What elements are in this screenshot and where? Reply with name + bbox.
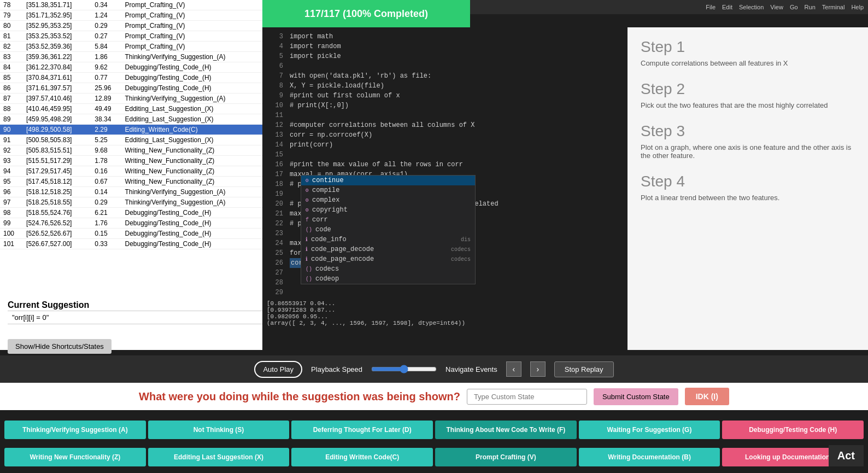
table-row[interactable]: 98[518.55,524.76]6.21Debugging/Testing_C… bbox=[0, 208, 262, 218]
state-btn-row1-4[interactable]: Waiting For Suggestion (G) bbox=[579, 421, 720, 439]
table-row[interactable]: 95[517.45,518.12]0.67Writing_New_Functio… bbox=[0, 177, 262, 187]
autocomplete-item[interactable]: ⚙compile bbox=[301, 185, 475, 195]
code-line: 9 #print out first column of x bbox=[267, 91, 564, 101]
speed-slider[interactable] bbox=[371, 365, 437, 373]
table-row[interactable]: 96[518.12,518.25]0.14Thinking/Verifying_… bbox=[0, 187, 262, 197]
state-btn-row1-5[interactable]: Debugging/Testing Code (H) bbox=[722, 421, 864, 439]
show-hide-button[interactable]: Show/Hide Shortcuts/States bbox=[8, 339, 112, 354]
ac-text: codeop bbox=[315, 275, 339, 283]
idk-button[interactable]: IDK (I) bbox=[685, 388, 729, 405]
table-row[interactable]: 91[500.58,505.83]5.25Edditing_Last_Sugge… bbox=[0, 135, 262, 145]
state-btn-row2-3[interactable]: Prompt Crafting (V) bbox=[435, 448, 577, 466]
menu-go[interactable]: Go bbox=[790, 4, 798, 10]
table-row[interactable]: 85[370.84,371.61]0.77Debugging/Testing_C… bbox=[0, 73, 262, 83]
table-row[interactable]: 92[505.83,515.51]9.68Writing_New_Functio… bbox=[0, 145, 262, 156]
menu-run[interactable]: Run bbox=[805, 4, 816, 10]
table-row[interactable]: 84[361.22,370.84]9.62Debugging/Testing_C… bbox=[0, 62, 262, 73]
ac-text: code_page_decode bbox=[311, 246, 374, 253]
table-row[interactable]: 100[526.52,526.67]0.15Debugging/Testing_… bbox=[0, 229, 262, 239]
state-btn-row2-2[interactable]: Editing Written Code(C) bbox=[291, 448, 433, 466]
code-line: 8 X, Y = pickle.load(file) bbox=[267, 81, 564, 91]
terminal-line: [0.982056 0.95... bbox=[267, 313, 564, 320]
menu-selection[interactable]: Selection bbox=[739, 4, 764, 10]
terminal-line: (array([ 2, 3, 4, ..., 1596, 1597, 1598]… bbox=[267, 320, 564, 326]
ac-type: codecs bbox=[451, 247, 471, 253]
code-line: 13 corr = np.corrcoef(X) bbox=[267, 130, 564, 140]
menu-help[interactable]: Help bbox=[851, 4, 864, 10]
stop-replay-button[interactable]: Stop Replay bbox=[554, 361, 614, 377]
ac-icon: () bbox=[306, 276, 312, 282]
state-buttons-row1: Thinking/Verifying Suggestion (A)Not Thi… bbox=[0, 421, 868, 439]
menu-edit[interactable]: Edit bbox=[722, 4, 732, 10]
state-buttons-row2: Writing New Functionality (Z)Edditing La… bbox=[0, 448, 868, 466]
step-heading-2: Step 2 bbox=[641, 80, 855, 98]
ac-text: continue bbox=[312, 177, 344, 184]
menu-terminal[interactable]: Terminal bbox=[822, 4, 845, 10]
custom-state-input[interactable] bbox=[467, 389, 587, 405]
autocomplete-item[interactable]: ⚙complex bbox=[301, 195, 475, 205]
menu-view[interactable]: View bbox=[770, 4, 783, 10]
step-heading-3: Step 3 bbox=[641, 122, 855, 140]
submit-custom-state-button[interactable]: Submit Custom State bbox=[594, 388, 678, 405]
code-line: 3import math bbox=[267, 32, 564, 42]
nav-prev-button[interactable]: ‹ bbox=[506, 361, 521, 377]
autocomplete-item[interactable]: ⚙copyright bbox=[301, 205, 475, 215]
autocomplete-item[interactable]: ()codecs bbox=[301, 264, 475, 274]
table-row[interactable]: 78[351.38,351.71]0.34Prompt_Crafting_(V) bbox=[0, 0, 262, 10]
menu-file[interactable]: File bbox=[706, 4, 715, 10]
autocomplete-item[interactable]: ℹcode_page_decodecodecs bbox=[301, 244, 475, 254]
table-row[interactable]: 80[352.95,353.25]0.29Prompt_Crafting_(V) bbox=[0, 21, 262, 31]
state-btn-row1-1[interactable]: Not Thinking (S) bbox=[148, 421, 290, 439]
code-line: 29 bbox=[267, 288, 564, 297]
ac-text: corr bbox=[312, 216, 328, 224]
current-suggestion-value: "orr[i][i] = 0" bbox=[8, 311, 270, 324]
table-row[interactable]: 79[351.71,352.95]1.24Prompt_Crafting_(V) bbox=[0, 10, 262, 21]
terminal-line: [0.86553917 0.04... bbox=[267, 300, 564, 307]
autocomplete-item[interactable]: ℹcode_infodis bbox=[301, 235, 475, 244]
table-row[interactable]: 97[518.25,518.55]0.29Thinking/Verifying_… bbox=[0, 197, 262, 208]
state-btn-row2-4[interactable]: Writing Documentation (B) bbox=[579, 448, 720, 466]
ac-icon: () bbox=[306, 266, 312, 272]
ac-text: code_info bbox=[311, 236, 347, 243]
code-line: 12 #computer correlations between all co… bbox=[267, 120, 564, 130]
state-btn-row2-1[interactable]: Edditing Last Suggestion (X) bbox=[148, 448, 290, 466]
table-row[interactable]: 87[397.57,410.46]12.89Thinking/Verifying… bbox=[0, 94, 262, 104]
table-row[interactable]: 81[353.25,353.52]0.27Prompt_Crafting_(V) bbox=[0, 31, 262, 42]
autocomplete-dropdown[interactable]: ⚙continue⚙compile⚙complex⚙copyrightfcorr… bbox=[301, 175, 476, 284]
code-line: 10 # print(X[:,0]) bbox=[267, 101, 564, 110]
data-table: 78[351.38,351.71]0.34Prompt_Crafting_(V)… bbox=[0, 0, 262, 249]
table-row[interactable]: 89[459.95,498.29]38.34Edditing_Last_Sugg… bbox=[0, 114, 262, 125]
ac-text: copyright bbox=[312, 206, 348, 214]
table-row[interactable]: 86[371.61,397.57]25.96Debugging/Testing_… bbox=[0, 83, 262, 94]
step-heading-4: Step 4 bbox=[641, 173, 855, 190]
table-row[interactable]: 93[515.51,517.29]1.78Writing_New_Functio… bbox=[0, 156, 262, 166]
table-row[interactable]: 83[359.36,361.22]1.86Thinking/Verifying_… bbox=[0, 52, 262, 62]
table-row[interactable]: 99[524.76,526.52]1.76Debugging/Testing_C… bbox=[0, 218, 262, 229]
ac-icon: ℹ bbox=[306, 236, 308, 243]
autocomplete-item[interactable]: ()code bbox=[301, 225, 475, 235]
state-btn-row2-0[interactable]: Writing New Functionality (Z) bbox=[4, 448, 146, 466]
state-btn-row1-2[interactable]: Deferring Thought For Later (D) bbox=[291, 421, 433, 439]
ac-icon: () bbox=[306, 227, 312, 233]
nav-next-button[interactable]: › bbox=[530, 361, 546, 377]
autocomplete-item[interactable]: ℹcode_page_encodecodecs bbox=[301, 254, 475, 264]
state-btn-row1-3[interactable]: Thinking About New Code To Write (F) bbox=[435, 421, 577, 439]
ac-icon: f bbox=[306, 217, 309, 223]
auto-play-button[interactable]: Auto Play bbox=[254, 361, 302, 378]
ac-icon: ℹ bbox=[306, 256, 308, 262]
terminal-line: [0.93971283 0.87... bbox=[267, 307, 564, 313]
step-heading-1: Step 1 bbox=[641, 38, 855, 56]
table-row[interactable]: 88[410.46,459.95]49.49Edditing_Last_Sugg… bbox=[0, 104, 262, 114]
ac-icon: ⚙ bbox=[306, 197, 309, 203]
ac-icon: ⚙ bbox=[306, 207, 309, 213]
code-line: 16 #print the max value of all the rows … bbox=[267, 160, 564, 170]
autocomplete-item[interactable]: fcorr bbox=[301, 215, 475, 225]
autocomplete-item[interactable]: ⚙continue bbox=[301, 176, 475, 185]
state-btn-row1-0[interactable]: Thinking/Verifying Suggestion (A) bbox=[4, 421, 146, 439]
table-row[interactable]: 94[517.29,517.45]0.16Writing_New_Functio… bbox=[0, 166, 262, 177]
code-line: 14 print(corr) bbox=[267, 140, 564, 150]
autocomplete-item[interactable]: ()codeop bbox=[301, 274, 475, 284]
table-row[interactable]: 82[353.52,359.36]5.84Prompt_Crafting_(V) bbox=[0, 42, 262, 52]
table-row[interactable]: 90[498.29,500.58]2.29Editing_Written_Cod… bbox=[0, 125, 262, 135]
table-row[interactable]: 101[526.67,527.00]0.33Debugging/Testing_… bbox=[0, 239, 262, 249]
